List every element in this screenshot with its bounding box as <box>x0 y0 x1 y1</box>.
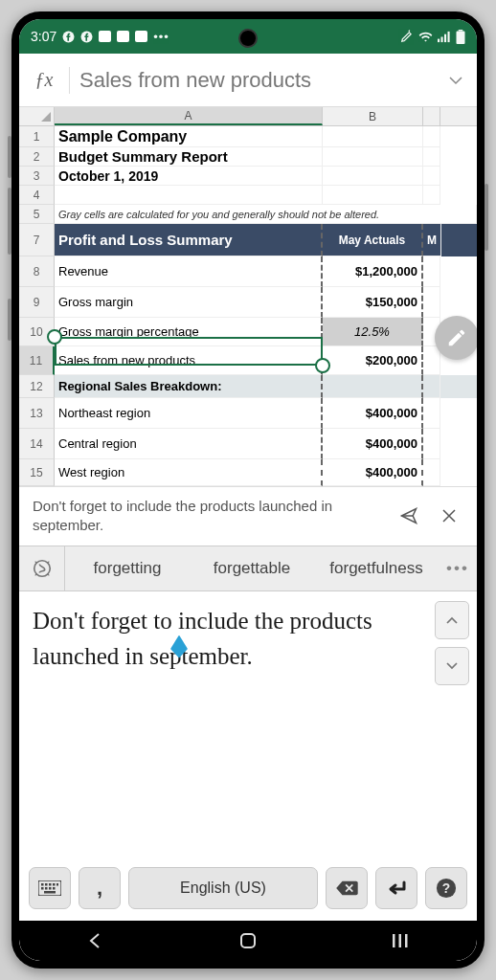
svg-rect-13 <box>53 883 56 886</box>
cell-b10[interactable]: 12.5% <box>323 318 423 346</box>
row-header[interactable]: 11 <box>19 346 55 375</box>
row-header[interactable]: 9 <box>19 287 55 318</box>
svg-rect-2 <box>438 38 440 42</box>
svg-rect-4 <box>444 33 446 41</box>
formula-input[interactable]: Sales from new products <box>79 68 435 93</box>
status-time: 3:07 <box>31 29 56 44</box>
side-button <box>485 184 488 251</box>
handwriting-pad[interactable]: Don't forget to include the products lau… <box>19 591 477 860</box>
selection-handle-br[interactable] <box>315 358 330 373</box>
row-header[interactable]: 8 <box>19 256 55 287</box>
suggestion-2[interactable]: forgettable <box>190 559 314 578</box>
column-header-b[interactable]: B <box>323 107 423 125</box>
cell-a11[interactable]: Sales from new products <box>55 346 323 375</box>
cell-a12[interactable]: Regional Sales Breakdown: <box>55 375 323 398</box>
cell-b9[interactable]: $150,000 <box>323 287 423 318</box>
cell-c12[interactable] <box>423 375 440 398</box>
row-header[interactable]: 13 <box>19 398 55 429</box>
cell-a7[interactable]: Profit and Loss Summary <box>55 224 323 256</box>
svg-rect-16 <box>45 887 48 890</box>
cell-a10[interactable]: Gross margin percentage <box>55 318 323 346</box>
recents-button[interactable] <box>372 932 429 949</box>
cell-c4[interactable] <box>423 186 440 205</box>
scroll-up-button[interactable] <box>435 601 469 639</box>
cell-a1[interactable]: Sample Company <box>55 126 323 147</box>
cell-b13[interactable]: $400,000 <box>323 398 423 429</box>
cell-a13[interactable]: Northeast region <box>55 398 323 429</box>
cell-a14[interactable]: Central region <box>55 429 323 459</box>
cell-c3[interactable] <box>423 167 440 186</box>
comma-key[interactable]: , <box>79 867 121 909</box>
send-icon[interactable] <box>393 506 425 525</box>
cell-a3[interactable]: October 1, 2019 <box>55 167 323 186</box>
phone-frame: 3:07 ••• <box>11 11 485 969</box>
backspace-key[interactable] <box>326 867 368 909</box>
enter-key[interactable] <box>375 867 417 909</box>
select-all-corner[interactable] <box>19 107 55 125</box>
cell-c13[interactable] <box>423 398 440 429</box>
row-header[interactable]: 4 <box>19 186 55 205</box>
column-header-a[interactable]: A <box>55 107 323 125</box>
column-header-c[interactable] <box>423 107 440 125</box>
cell-c14[interactable] <box>423 429 440 459</box>
battery-icon <box>456 30 465 44</box>
scroll-down-button[interactable] <box>435 647 469 685</box>
row-header[interactable]: 14 <box>19 429 55 459</box>
cell-b12[interactable] <box>323 375 423 398</box>
cell-b3[interactable] <box>323 167 423 186</box>
row-header[interactable]: 1 <box>19 126 55 147</box>
home-button[interactable] <box>219 931 277 950</box>
more-suggestions-icon[interactable]: ••• <box>439 559 477 578</box>
row-header[interactable]: 5 <box>19 205 55 224</box>
cell-a15[interactable]: West region <box>55 459 323 486</box>
comment-bar: Don't forget to include the products lau… <box>19 486 477 546</box>
keyboard-switch-button[interactable] <box>29 867 71 909</box>
cell-b11[interactable]: $200,000 <box>323 346 423 375</box>
formula-bar[interactable]: ƒx Sales from new products <box>19 54 477 107</box>
cell-a4[interactable] <box>55 186 323 205</box>
side-button <box>8 188 11 255</box>
svg-rect-17 <box>49 887 52 890</box>
cell-a2[interactable]: Budget Summary Report <box>55 147 323 167</box>
comment-text[interactable]: Don't forget to include the products lau… <box>33 497 383 536</box>
svg-rect-23 <box>393 934 395 947</box>
cell-c8[interactable] <box>423 256 440 287</box>
row-header[interactable]: 3 <box>19 167 55 186</box>
cell-c15[interactable] <box>423 459 440 486</box>
cell-a9[interactable]: Gross margin <box>55 287 323 318</box>
cell-b7[interactable]: May Actuals <box>323 224 423 256</box>
svg-rect-25 <box>405 934 408 947</box>
column-headers: A B <box>19 107 477 126</box>
cell-c11[interactable] <box>423 346 440 375</box>
cell-b4[interactable] <box>323 186 423 205</box>
cell-c7[interactable]: M <box>423 224 441 256</box>
close-icon[interactable] <box>435 507 463 524</box>
spreadsheet-grid[interactable]: 1 Sample Company 2 Budget Summary Report… <box>19 126 477 486</box>
suggestion-1[interactable]: forgetting <box>65 559 190 578</box>
cell-b1[interactable] <box>323 126 423 147</box>
cell-c2[interactable] <box>423 147 440 167</box>
svg-rect-10 <box>41 883 44 886</box>
cell-b14[interactable]: $400,000 <box>323 429 423 459</box>
selection-handle-tl[interactable] <box>47 329 62 345</box>
row-header[interactable]: 12 <box>19 375 55 398</box>
cell-b2[interactable] <box>323 147 423 167</box>
row-header[interactable]: 15 <box>19 459 55 486</box>
cell-c1[interactable] <box>423 126 440 147</box>
signal-icon <box>438 31 451 43</box>
handwriting-mode-icon[interactable] <box>19 546 65 590</box>
cell-c9[interactable] <box>423 287 440 318</box>
row-header[interactable]: 7 <box>19 224 55 256</box>
row-header[interactable]: 2 <box>19 147 55 167</box>
suggestion-3[interactable]: forgetfulness <box>314 559 439 578</box>
cell-b8[interactable]: $1,200,000 <box>323 256 423 287</box>
edit-fab[interactable] <box>435 316 477 360</box>
svg-rect-22 <box>241 934 255 947</box>
cell-a5[interactable]: Gray cells are calculated for you and ge… <box>55 205 477 224</box>
back-button[interactable] <box>67 931 124 950</box>
language-key[interactable]: English (US) <box>128 867 318 909</box>
chevron-down-icon[interactable] <box>444 76 467 85</box>
cell-b15[interactable]: $400,000 <box>323 459 423 486</box>
cell-a8[interactable]: Revenue <box>55 256 323 287</box>
help-key[interactable]: ? <box>425 867 467 909</box>
